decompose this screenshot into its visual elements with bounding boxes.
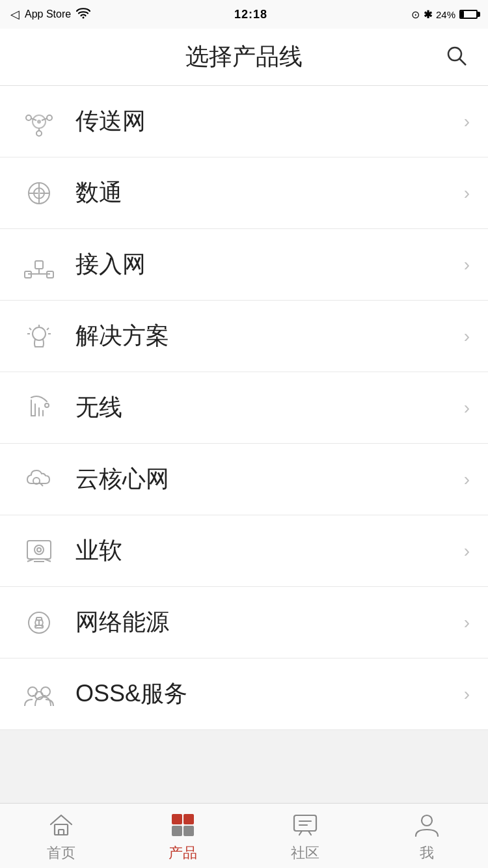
tab-home-label: 首页 <box>47 843 75 863</box>
battery-text: 24% <box>436 9 455 20</box>
home-icon <box>46 809 77 841</box>
battery-icon <box>459 10 478 19</box>
svg-rect-60 <box>172 814 182 824</box>
community-icon <box>290 809 321 841</box>
svg-rect-61 <box>183 814 194 824</box>
tab-bar: 首页 产品 社区 <box>0 803 488 868</box>
list-item-transfer-network[interactable]: 传送网 › <box>0 86 488 157</box>
svg-line-9 <box>42 118 47 120</box>
svg-rect-39 <box>27 541 51 559</box>
svg-point-67 <box>422 815 432 826</box>
svg-point-4 <box>37 120 41 124</box>
energy-icon <box>18 602 60 644</box>
svg-point-40 <box>34 545 44 554</box>
item-label-wireless: 无线 <box>75 392 459 424</box>
list-item-cloud-core[interactable]: 云核心网 › <box>0 444 488 515</box>
chevron-icon: › <box>464 469 470 490</box>
wifi-icon <box>76 7 90 21</box>
svg-point-6 <box>47 115 52 120</box>
chevron-icon: › <box>464 183 470 204</box>
svg-point-0 <box>83 17 85 19</box>
status-bar: ◁ App Store 12:18 ⊙ ✱ 24% <box>0 0 488 29</box>
tab-me-label: 我 <box>420 843 434 863</box>
page-title: 选择产品线 <box>185 41 303 73</box>
nav-bar: 选择产品线 <box>0 29 488 86</box>
svg-line-2 <box>459 59 466 65</box>
tab-me[interactable]: 我 <box>366 809 489 863</box>
list-item-oss[interactable]: OSS&服务 › <box>0 658 488 730</box>
access-network-icon <box>18 244 60 286</box>
list-item-bss[interactable]: 业软 › <box>0 515 488 587</box>
item-label-energy: 网络能源 <box>75 606 459 638</box>
me-icon <box>411 809 442 841</box>
svg-rect-18 <box>35 261 43 269</box>
item-label-data-network: 数通 <box>75 177 459 209</box>
item-label-bss: 业软 <box>75 535 459 567</box>
data-network-icon <box>18 172 60 214</box>
list-item-access-network[interactable]: 接入网 › <box>0 229 488 301</box>
svg-point-5 <box>26 115 31 120</box>
svg-point-24 <box>33 327 46 340</box>
product-list: 传送网 › 数通 › <box>0 86 488 730</box>
tab-product-label: 产品 <box>169 843 197 863</box>
item-label-oss: OSS&服务 <box>75 678 459 710</box>
svg-line-28 <box>47 328 49 330</box>
item-label-cloud-core: 云核心网 <box>75 463 459 495</box>
svg-line-8 <box>31 118 36 120</box>
cloud-core-icon <box>18 459 60 500</box>
chevron-icon: › <box>464 398 470 418</box>
svg-point-13 <box>38 192 40 195</box>
carrier-text: App Store <box>25 8 71 20</box>
item-label-access-network: 接入网 <box>75 249 459 280</box>
svg-point-36 <box>45 403 49 407</box>
tab-product[interactable]: 产品 <box>122 809 245 863</box>
list-item-wireless[interactable]: 无线 › <box>0 372 488 444</box>
oss-icon <box>18 673 60 715</box>
tab-community-label: 社区 <box>291 843 319 863</box>
item-label-transfer-network: 传送网 <box>75 105 459 137</box>
list-item-solution[interactable]: 解决方案 › <box>0 301 488 372</box>
back-icon: ◁ <box>10 7 20 21</box>
svg-line-49 <box>35 619 36 623</box>
status-right: ⊙ ✱ 24% <box>411 8 478 21</box>
solution-icon <box>18 316 60 357</box>
svg-rect-64 <box>294 815 316 831</box>
svg-point-7 <box>36 131 42 136</box>
svg-rect-63 <box>183 826 194 836</box>
transfer-network-icon <box>18 101 60 142</box>
svg-point-41 <box>37 548 41 552</box>
product-icon <box>167 809 198 841</box>
bss-icon <box>18 530 60 572</box>
chevron-icon: › <box>464 612 470 633</box>
tab-community[interactable]: 社区 <box>244 809 366 863</box>
svg-rect-59 <box>59 830 64 835</box>
status-left: ◁ App Store <box>10 7 90 21</box>
lock-icon: ⊙ <box>411 8 420 21</box>
chevron-icon: › <box>464 111 470 132</box>
svg-rect-46 <box>36 617 42 620</box>
list-item-data-network[interactable]: 数通 › <box>0 157 488 229</box>
chevron-icon: › <box>464 254 470 275</box>
svg-line-27 <box>29 328 31 330</box>
status-time: 12:18 <box>234 8 267 21</box>
svg-rect-62 <box>172 826 182 836</box>
tab-home[interactable]: 首页 <box>0 809 122 863</box>
svg-line-50 <box>42 619 43 623</box>
chevron-icon: › <box>464 684 470 705</box>
wireless-icon <box>18 387 60 429</box>
chevron-icon: › <box>464 541 470 562</box>
list-item-energy[interactable]: 网络能源 › <box>0 587 488 658</box>
chevron-icon: › <box>464 326 470 347</box>
search-button[interactable] <box>444 43 470 72</box>
bluetooth-icon: ✱ <box>424 8 432 21</box>
item-label-solution: 解决方案 <box>75 320 459 352</box>
